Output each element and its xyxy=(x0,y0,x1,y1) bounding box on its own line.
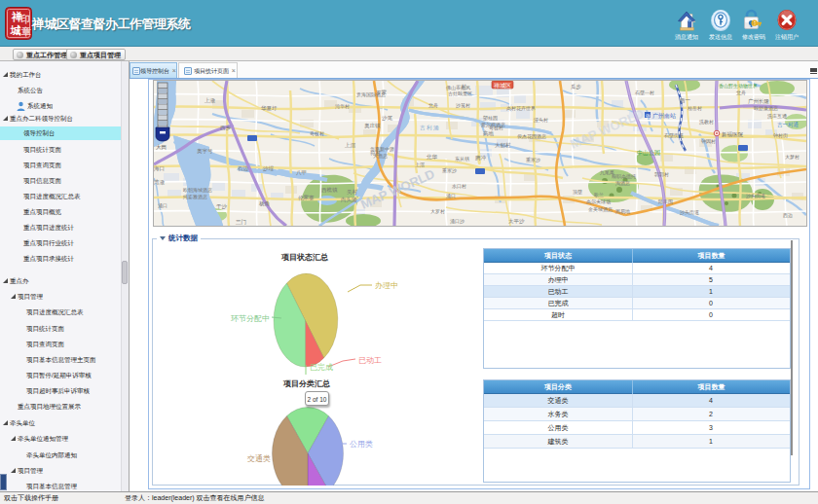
svg-text:沙头街道: 沙头街道 xyxy=(680,209,699,216)
svg-text:上滘: 上滘 xyxy=(415,162,425,168)
svg-text:钟因村: 钟因村 xyxy=(701,138,716,145)
svg-text:顶壁: 顶壁 xyxy=(573,189,582,195)
svg-text:海口: 海口 xyxy=(154,165,165,172)
svg-text:爱尔棋酒店: 爱尔棋酒店 xyxy=(481,122,505,128)
svg-text:奥宇号: 奥宇号 xyxy=(197,148,213,155)
svg-text:陆丰围: 陆丰围 xyxy=(658,198,673,205)
svg-text:上滘: 上滘 xyxy=(345,142,356,149)
svg-text:桂岳村: 桂岳村 xyxy=(687,105,702,112)
svg-text:北华: 北华 xyxy=(426,154,438,161)
svg-text:顺职高德纯: 顺职高德纯 xyxy=(612,173,636,180)
svg-text:涌口沙: 涌口沙 xyxy=(450,218,465,225)
svg-text:湾漖: 湾漖 xyxy=(154,179,166,186)
svg-text:广州南站: 广州南站 xyxy=(652,113,676,120)
svg-text:金美城酒店: 金美城酒店 xyxy=(588,206,613,213)
svg-text:吉一村通: 吉一村通 xyxy=(777,121,799,128)
svg-text:广州长隆: 广州长隆 xyxy=(748,98,770,104)
svg-text:腾冲: 腾冲 xyxy=(475,155,487,161)
svg-text:项目分类汇总: 项目分类汇总 xyxy=(282,379,331,388)
svg-text:淘酒店: 淘酒店 xyxy=(615,180,630,187)
svg-text:欧朝海城酒店: 欧朝海城酒店 xyxy=(183,187,212,194)
svg-text:交通类: 交通类 xyxy=(247,453,271,463)
svg-text:北舟: 北舟 xyxy=(428,102,438,109)
svg-text:纯姿雅酒店: 纯姿雅酒店 xyxy=(183,194,207,200)
svg-text:瓜步: 瓜步 xyxy=(571,84,582,90)
svg-text:西一: 西一 xyxy=(680,97,691,104)
svg-text:高村花卉世界: 高村花卉世界 xyxy=(506,105,536,112)
svg-text:向头涌: 向头涌 xyxy=(341,197,357,203)
svg-text:八甲: 八甲 xyxy=(296,169,307,176)
svg-text:水口村: 水口村 xyxy=(452,183,466,190)
svg-text:太平沙: 太平沙 xyxy=(508,218,525,225)
svg-text:高地: 高地 xyxy=(483,130,495,136)
svg-text:涌口: 涌口 xyxy=(158,202,167,209)
svg-text:石壁一村: 石壁一村 xyxy=(635,90,654,96)
svg-text:大罗村: 大罗村 xyxy=(430,208,445,215)
svg-text:重家沙: 重家沙 xyxy=(526,157,540,163)
svg-text:禅城区: 禅城区 xyxy=(494,82,511,89)
svg-text:涌口: 涌口 xyxy=(446,193,456,199)
svg-text:石壁街道: 石壁街道 xyxy=(664,132,684,139)
svg-text:石边: 石边 xyxy=(238,165,249,172)
svg-text:钟村街: 钟村街 xyxy=(773,132,788,139)
svg-text:洗庄互通: 洗庄互通 xyxy=(767,113,787,120)
svg-text:香山野生动物世界: 香山野生动物世界 xyxy=(719,83,758,90)
svg-text:奇槎村: 奇槎村 xyxy=(310,130,324,137)
svg-text:伦家寨: 伦家寨 xyxy=(298,195,315,201)
svg-text:颐舒康酒店: 颐舒康酒店 xyxy=(754,105,778,112)
svg-text:已完成: 已完成 xyxy=(310,363,333,372)
svg-text:西樵镇: 西樵镇 xyxy=(321,187,338,194)
svg-text:华夏圩: 华夏圩 xyxy=(261,105,278,112)
svg-text:干沙: 干沙 xyxy=(216,203,228,210)
svg-text:西乡: 西乡 xyxy=(220,125,232,131)
svg-text:城: 城 xyxy=(10,24,21,36)
svg-text:沙茛村: 沙茛村 xyxy=(456,102,470,109)
svg-text:华夏新中源: 华夏新中源 xyxy=(370,146,394,153)
svg-text:沙头街道: 沙头街道 xyxy=(746,193,765,199)
svg-text:东从镇: 东从镇 xyxy=(455,156,469,162)
svg-text:上漖: 上漖 xyxy=(204,97,216,104)
svg-text:贵海国际酒店: 贵海国际酒店 xyxy=(356,91,386,98)
svg-text:浸头村: 浸头村 xyxy=(534,117,548,124)
svg-text:公用类: 公用类 xyxy=(350,440,373,449)
svg-text:三门: 三门 xyxy=(236,219,246,225)
svg-text:已动工: 已动工 xyxy=(358,356,382,365)
svg-text:吴村: 吴村 xyxy=(347,189,358,196)
svg-text:洗教村: 洗教村 xyxy=(699,119,714,126)
svg-text:项目状态汇总: 项目状态汇总 xyxy=(280,253,329,262)
svg-text:沙埕: 沙埕 xyxy=(263,165,275,172)
svg-text:北舟: 北舟 xyxy=(736,90,746,96)
svg-text:沙尾: 沙尾 xyxy=(382,115,393,122)
svg-text:湾华村: 湾华村 xyxy=(335,103,350,110)
svg-text:西边: 西边 xyxy=(783,212,793,219)
svg-text:杨角: 杨角 xyxy=(258,200,270,207)
svg-text:环节分配中: 环节分配中 xyxy=(230,314,270,323)
svg-text:大田: 大田 xyxy=(156,144,167,150)
svg-text:歌兰: 歌兰 xyxy=(594,192,604,198)
svg-text:重家沙: 重家沙 xyxy=(442,167,457,174)
svg-text:大梦村: 大梦村 xyxy=(785,154,799,161)
svg-text:新福医院: 新福医院 xyxy=(722,131,744,138)
svg-text:章: 章 xyxy=(20,26,31,37)
svg-text:高尔夫球场: 高尔夫球场 xyxy=(586,198,611,205)
svg-text:吉 利 涌: 吉 利 涌 xyxy=(420,125,439,131)
svg-text:郭郭村: 郭郭村 xyxy=(654,171,669,178)
svg-text:塱桂园: 塱桂园 xyxy=(483,115,498,122)
svg-text:奥庄镇: 奥庄镇 xyxy=(364,123,381,128)
svg-text:大酒店: 大酒店 xyxy=(373,153,388,160)
svg-text:铁: 铁 xyxy=(646,113,651,119)
svg-text:古灶颐景区: 古灶颐景区 xyxy=(448,90,472,97)
svg-text:中山公园: 中山公园 xyxy=(637,150,660,157)
svg-text:大郁村: 大郁村 xyxy=(495,142,511,149)
svg-text:俊杰花园酒店: 俊杰花园酒店 xyxy=(517,133,546,140)
svg-text:周易地: 周易地 xyxy=(615,208,630,215)
svg-text:印: 印 xyxy=(20,14,30,24)
svg-text:办理中: 办理中 xyxy=(375,281,398,290)
